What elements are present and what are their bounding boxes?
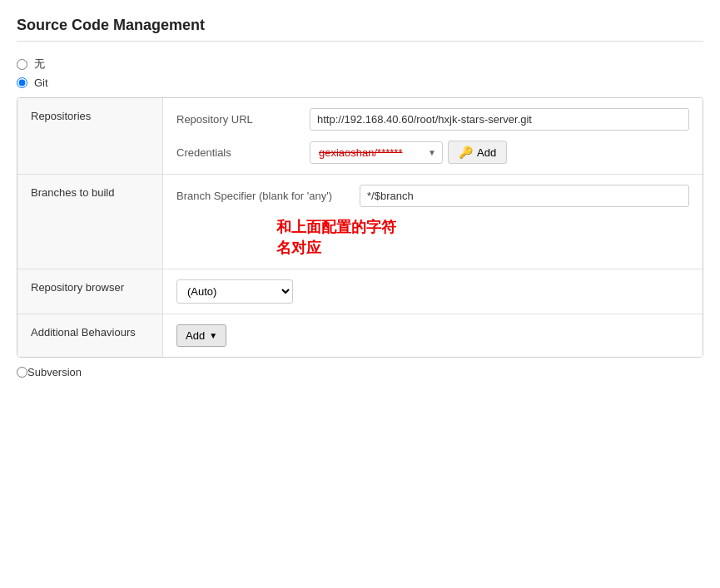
key-icon: 🔑: [459, 146, 473, 159]
repo-browser-row: Repository browser (Auto): [17, 269, 703, 314]
repo-browser-content: (Auto): [163, 269, 703, 314]
repositories-label: Repositories: [17, 98, 163, 174]
credentials-group: gexiaoshan/****** ▼ 🔑 Add: [310, 141, 507, 164]
radio-subversion-row: Subversion: [17, 366, 703, 378]
repo-url-input[interactable]: [310, 108, 689, 131]
repo-browser-label: Repository browser: [17, 269, 163, 314]
credentials-row: Credentials gexiaoshan/****** ▼ 🔑 Add: [176, 141, 689, 164]
radio-git-row: Git: [17, 77, 703, 89]
credentials-add-button[interactable]: 🔑 Add: [448, 141, 507, 164]
additional-behaviours-row: Additional Behaviours Add ▼: [17, 314, 703, 357]
credentials-select[interactable]: gexiaoshan/******: [310, 141, 443, 164]
credentials-select-wrapper: gexiaoshan/****** ▼: [310, 141, 443, 164]
annotation-line1: 和上面配置的字符: [276, 217, 689, 238]
repo-browser-select[interactable]: (Auto): [176, 279, 293, 304]
repo-url-row: Repository URL: [176, 108, 689, 131]
add-behaviour-dropdown-icon: ▼: [209, 331, 217, 340]
credentials-add-label: Add: [477, 146, 496, 159]
add-behaviour-button[interactable]: Add ▼: [176, 324, 226, 347]
radio-none-label: 无: [34, 57, 45, 72]
repositories-row: Repositories Repository URL Credentials …: [17, 98, 703, 175]
radio-git[interactable]: [17, 77, 27, 88]
radio-none[interactable]: [17, 59, 27, 70]
branches-label: Branches to build: [17, 175, 163, 269]
repo-url-label: Repository URL: [176, 113, 310, 126]
branch-specifier-row: Branch Specifier (blank for 'any'): [176, 185, 689, 207]
radio-subversion[interactable]: [17, 367, 27, 378]
radio-none-row: 无: [17, 57, 703, 72]
additional-behaviours-content: Add ▼: [163, 314, 703, 357]
branches-content: Branch Specifier (blank for 'any') 和上面配置…: [163, 175, 703, 269]
radio-subversion-label: Subversion: [27, 366, 82, 378]
repositories-content: Repository URL Credentials gexiaoshan/**…: [163, 98, 703, 174]
radio-git-label: Git: [34, 77, 48, 89]
branch-specifier-input[interactable]: [360, 185, 689, 207]
git-config-container: Repositories Repository URL Credentials …: [17, 97, 703, 358]
annotation-line2: 名对应: [276, 238, 689, 259]
annotation-text: 和上面配置的字符 名对应: [276, 217, 689, 259]
branch-specifier-label: Branch Specifier (blank for 'any'): [176, 190, 360, 202]
add-behaviour-label: Add: [186, 329, 205, 342]
page-title: Source Code Management: [17, 17, 703, 42]
credentials-label: Credentials: [176, 146, 310, 159]
additional-behaviours-label: Additional Behaviours: [17, 314, 163, 357]
branches-row: Branches to build Branch Specifier (blan…: [17, 175, 703, 269]
